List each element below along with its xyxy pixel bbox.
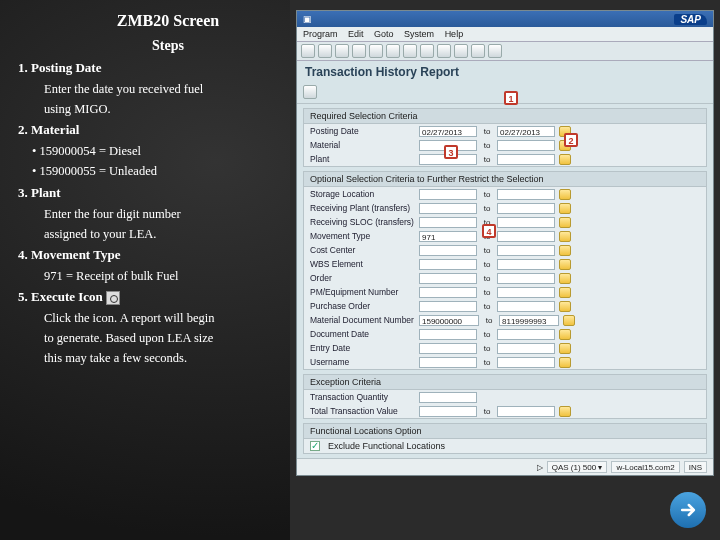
multi-select-button[interactable]	[559, 357, 571, 368]
mvt-from[interactable]: 971	[419, 231, 477, 242]
step-2-heading: 2. Material	[18, 122, 282, 138]
step-4-line1: 971 = Receipt of bulk Fuel	[44, 267, 282, 285]
arrow-right-icon	[678, 500, 698, 520]
to-label: to	[481, 260, 493, 269]
multi-select-button[interactable]	[559, 406, 571, 417]
multi-select-button[interactable]	[559, 217, 571, 228]
trq-from[interactable]	[419, 392, 477, 403]
functional-locations-heading: Functional Locations Option	[304, 424, 706, 439]
status-triangle-icon: ▷	[537, 463, 543, 472]
next-slide-button[interactable]	[670, 492, 706, 528]
posting-date-from[interactable]: 02/27/2013	[419, 126, 477, 137]
multi-select-button[interactable]	[559, 301, 571, 312]
po-from[interactable]	[419, 301, 477, 312]
multi-select-button[interactable]	[559, 259, 571, 270]
menu-goto[interactable]: Goto	[374, 29, 394, 39]
entry-from[interactable]	[419, 343, 477, 354]
sap-menubar[interactable]: Program Edit Goto System Help	[297, 27, 713, 42]
multi-select-button[interactable]	[559, 329, 571, 340]
label-matdoc: Material Document Number	[310, 315, 415, 325]
window-icon: ▣	[303, 14, 312, 24]
toolbar-button[interactable]	[318, 44, 332, 58]
toolbar-button[interactable]	[471, 44, 485, 58]
toolbar-button[interactable]	[369, 44, 383, 58]
to-label: to	[481, 246, 493, 255]
posting-date-to[interactable]: 02/27/2013	[497, 126, 555, 137]
toolbar-button[interactable]	[454, 44, 468, 58]
rplant-to[interactable]	[497, 203, 555, 214]
step-3-line1: Enter the four digit number	[44, 205, 282, 223]
pmeq-from[interactable]	[419, 287, 477, 298]
cc-to[interactable]	[497, 245, 555, 256]
label-user: Username	[310, 357, 415, 367]
to-label: to	[481, 274, 493, 283]
toolbar-button[interactable]	[335, 44, 349, 58]
toolbar-button[interactable]	[301, 44, 315, 58]
wbs-to[interactable]	[497, 259, 555, 270]
sloc-from[interactable]	[419, 189, 477, 200]
matdoc-to[interactable]: 8119999993	[499, 315, 559, 326]
pmeq-to[interactable]	[497, 287, 555, 298]
exclude-fl-checkbox[interactable]	[310, 441, 320, 451]
menu-program[interactable]: Program	[303, 29, 338, 39]
mvt-to[interactable]	[497, 231, 555, 242]
multi-select-button[interactable]	[559, 154, 571, 165]
toolbar-button[interactable]	[437, 44, 451, 58]
trv-to[interactable]	[497, 406, 555, 417]
matdoc-from[interactable]: 159000000	[419, 315, 479, 326]
optional-criteria-panel: Optional Selection Criteria to Further R…	[303, 171, 707, 370]
menu-system[interactable]: System	[404, 29, 434, 39]
to-label: to	[481, 358, 493, 367]
multi-select-button[interactable]	[559, 245, 571, 256]
to-label: to	[481, 155, 493, 164]
callout-2: 2	[564, 133, 578, 147]
menu-help[interactable]: Help	[445, 29, 464, 39]
multi-select-button[interactable]	[559, 343, 571, 354]
menu-edit[interactable]: Edit	[348, 29, 364, 39]
to-label: to	[481, 344, 493, 353]
toolbar-button[interactable]	[488, 44, 502, 58]
trv-from[interactable]	[419, 406, 477, 417]
material-to[interactable]	[497, 140, 555, 151]
toolbar-button[interactable]	[420, 44, 434, 58]
label-plant: Plant	[310, 154, 415, 164]
sap-titlebar: ▣ SAP	[297, 11, 713, 27]
label-material: Material	[310, 140, 415, 150]
multi-select-button[interactable]	[559, 189, 571, 200]
label-wbs: WBS Element	[310, 259, 415, 269]
to-label: to	[481, 302, 493, 311]
order-from[interactable]	[419, 273, 477, 284]
sloc-to[interactable]	[497, 189, 555, 200]
screenshot-pane: ▣ SAP Program Edit Goto System Help Tran…	[290, 0, 720, 540]
rplant-from[interactable]	[419, 203, 477, 214]
rsloc-to[interactable]	[497, 217, 555, 228]
user-from[interactable]	[419, 357, 477, 368]
rsloc-from[interactable]	[419, 217, 477, 228]
cc-from[interactable]	[419, 245, 477, 256]
to-label: to	[481, 288, 493, 297]
step-3-line2: assigned to your LEA.	[44, 225, 282, 243]
toolbar-button[interactable]	[386, 44, 400, 58]
user-to[interactable]	[497, 357, 555, 368]
plant-to[interactable]	[497, 154, 555, 165]
execute-button[interactable]	[303, 85, 317, 99]
multi-select-button[interactable]	[559, 203, 571, 214]
toolbar-button[interactable]	[403, 44, 417, 58]
multi-select-button[interactable]	[559, 231, 571, 242]
label-trv: Total Transaction Value	[310, 406, 415, 416]
step-5-text: 5. Execute Icon	[18, 289, 103, 304]
step-5-line2: to generate. Based upon LEA size	[44, 329, 282, 347]
functional-locations-panel: Functional Locations Option Exclude Func…	[303, 423, 707, 454]
docdate-to[interactable]	[497, 329, 555, 340]
docdate-from[interactable]	[419, 329, 477, 340]
order-to[interactable]	[497, 273, 555, 284]
toolbar-button[interactable]	[352, 44, 366, 58]
entry-to[interactable]	[497, 343, 555, 354]
steps-heading: Steps	[54, 38, 282, 54]
po-to[interactable]	[497, 301, 555, 312]
sap-logo: SAP	[674, 14, 707, 25]
multi-select-button[interactable]	[559, 273, 571, 284]
multi-select-button[interactable]	[559, 287, 571, 298]
wbs-from[interactable]	[419, 259, 477, 270]
multi-select-button[interactable]	[563, 315, 575, 326]
